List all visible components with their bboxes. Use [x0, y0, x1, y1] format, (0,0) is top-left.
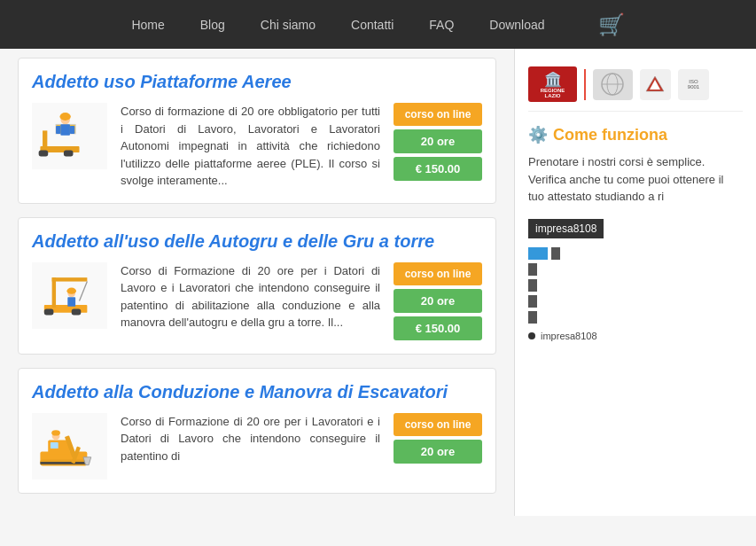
btn-price-autogru[interactable]: € 150.00 [394, 316, 482, 340]
course-image-piattaforme [32, 103, 107, 169]
gear-icon: ⚙️ [528, 125, 548, 144]
svg-rect-13 [52, 277, 56, 308]
come-funziona-section: ⚙️ Come funziona Prenotare i nostri cors… [528, 125, 743, 206]
course-actions-escavatori: corso on line 20 ore [394, 413, 482, 464]
svg-rect-17 [67, 297, 75, 307]
course-body-autogru: Corso di Formazione di 20 ore per i Dato… [32, 262, 482, 340]
chart-bar-row-5 [528, 311, 743, 324]
logo-regione-lazio: 🏛️ REGIONELAZIO [528, 66, 577, 102]
nav-contatti[interactable]: Contatti [351, 18, 394, 32]
logo-divider [584, 69, 586, 100]
logo-network [593, 69, 633, 100]
legend-dot [528, 332, 535, 339]
svg-rect-4 [64, 150, 74, 156]
course-card-piattaforme: Addetto uso Piattaforme Aeree [18, 58, 496, 204]
svg-rect-6 [60, 124, 70, 135]
chart-bar-blue-1 [528, 247, 548, 260]
svg-rect-23 [51, 442, 58, 448]
nav-chi-siamo[interactable]: Chi siamo [261, 18, 316, 32]
btn-online-escavatori[interactable]: corso on line [394, 413, 482, 436]
logo-triangle [640, 69, 671, 100]
btn-online-piattaforme[interactable]: corso on line [394, 103, 482, 126]
main-nav: Home Blog Chi siamo Contatti FAQ Downloa… [0, 0, 756, 49]
course-description-piattaforme: Corso di formazione di 20 ore obbligator… [121, 103, 380, 190]
svg-rect-11 [44, 308, 54, 315]
chart-bar-row-2 [528, 263, 743, 276]
chart-bar-row-1 [528, 247, 743, 260]
nav-home[interactable]: Home [131, 18, 164, 32]
svg-point-27 [51, 430, 60, 435]
chart-area: impresa8108 [528, 247, 743, 341]
course-body-escavatori: Corso di Formazione di 20 ore per i Lavo… [32, 413, 482, 480]
cart-icon[interactable]: 🛒 [598, 12, 625, 37]
sidebar: 🏛️ REGIONELAZIO ISO9001 [514, 49, 756, 516]
nav-download[interactable]: Download [489, 18, 544, 32]
legend-label: impresa8108 [541, 331, 597, 341]
btn-hours-autogru[interactable]: 20 ore [394, 289, 482, 313]
logo-regione-text: REGIONELAZIO [541, 88, 565, 98]
btn-hours-piattaforme[interactable]: 20 ore [394, 129, 482, 153]
course-description-autogru: Corso di Formazione di 20 ore per i Dato… [121, 262, 380, 332]
course-title-escavatori: Addetto alla Conduzione e Manovra di Esc… [32, 382, 482, 402]
chart-legend: impresa8108 [528, 331, 743, 341]
btn-online-autogru[interactable]: corso on line [394, 262, 482, 285]
chart-bar-dark-5 [528, 311, 537, 324]
logo-iso: ISO9001 [678, 69, 709, 100]
svg-rect-21 [40, 462, 87, 464]
logo-regione-icon: 🏛️ [544, 71, 562, 88]
tooltip-popup: impresa8108 [528, 219, 604, 238]
course-actions-piattaforme: corso on line 20 ore € 150.00 [394, 103, 482, 181]
svg-point-9 [59, 113, 70, 121]
chart-bar-dark-1 [551, 247, 560, 260]
course-body-piattaforme: Corso di formazione di 20 ore obbligator… [32, 103, 482, 190]
nav-blog[interactable]: Blog [200, 18, 225, 32]
come-funziona-text: Prenotare i nostri corsi è semplice. Ver… [528, 153, 743, 206]
chart-bar-dark-2 [528, 263, 537, 276]
svg-rect-8 [70, 126, 74, 134]
svg-rect-7 [56, 126, 60, 134]
chart-bar-row-4 [528, 295, 743, 308]
chart-bars [528, 247, 743, 324]
course-card-escavatori: Addetto alla Conduzione e Manovra di Esc… [18, 368, 496, 494]
come-funziona-label: Come funziona [553, 126, 667, 144]
btn-price-piattaforme[interactable]: € 150.00 [394, 157, 482, 181]
course-title-autogru: Addetto all'uso delle Autogru e delle Gr… [32, 231, 482, 252]
svg-rect-1 [43, 130, 47, 147]
main-content: Addetto uso Piattaforme Aeree [0, 49, 514, 516]
sidebar-logos: 🏛️ REGIONELAZIO ISO9001 [528, 58, 743, 112]
svg-line-15 [80, 282, 88, 301]
course-card-autogru: Addetto all'uso delle Autogru e delle Gr… [18, 217, 496, 355]
course-title-piattaforme: Addetto uso Piattaforme Aeree [32, 72, 482, 92]
course-actions-autogru: corso on line 20 ore € 150.00 [394, 262, 482, 340]
svg-rect-12 [72, 308, 82, 315]
nav-faq[interactable]: FAQ [429, 18, 454, 32]
svg-point-18 [66, 288, 76, 294]
chart-bar-dark-3 [528, 279, 537, 292]
page-wrapper: Addetto uso Piattaforme Aeree [0, 49, 756, 516]
course-description-escavatori: Corso di Formazione di 20 ore per i Lavo… [121, 413, 380, 465]
come-funziona-title: ⚙️ Come funziona [528, 125, 743, 144]
course-image-autogru [32, 262, 107, 329]
course-image-escavatori [32, 413, 107, 480]
btn-hours-escavatori[interactable]: 20 ore [394, 440, 482, 464]
svg-rect-3 [39, 150, 49, 156]
chart-bar-row-3 [528, 279, 743, 292]
chart-bar-dark-4 [528, 295, 537, 308]
svg-rect-14 [52, 277, 88, 281]
